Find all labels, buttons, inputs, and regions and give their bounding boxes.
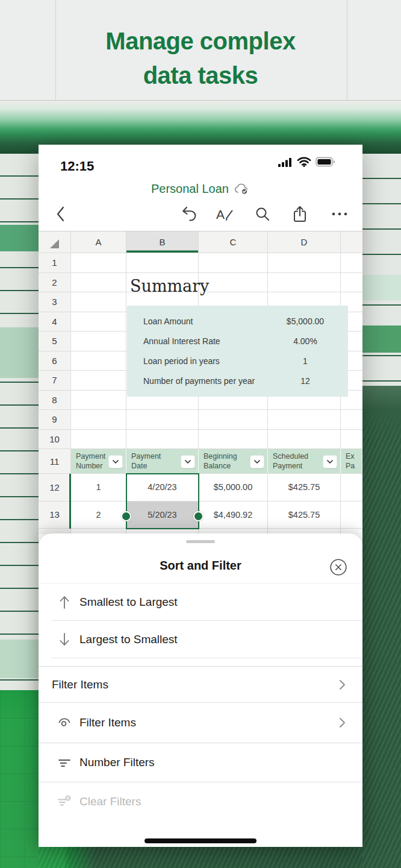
bg-felt-texture — [39, 847, 362, 868]
document-title[interactable]: Personal Loan — [151, 182, 229, 196]
filter-header-scheduled-payment[interactable]: ScheduledPayment — [268, 449, 341, 473]
cell[interactable] — [71, 292, 126, 312]
drag-handle[interactable] — [186, 540, 215, 543]
filter-dropdown-button[interactable] — [250, 455, 264, 468]
sheet-row-9: 9 — [39, 410, 362, 430]
selection-handle-right[interactable] — [193, 511, 204, 521]
svg-text:A: A — [216, 207, 225, 221]
cell[interactable] — [268, 430, 341, 449]
background-left-grid — [0, 690, 39, 868]
back-button[interactable] — [49, 203, 71, 225]
column-header-c[interactable]: C — [199, 231, 268, 253]
menu-item-number-filters[interactable]: Number Filters — [39, 743, 362, 782]
cell[interactable] — [199, 253, 268, 272]
row-header-7[interactable]: 7 — [39, 371, 71, 390]
bg-grid-texture — [0, 690, 39, 868]
search-icon — [254, 206, 271, 222]
select-all-button[interactable] — [39, 231, 71, 253]
menu-item-sort-descending[interactable]: Largest to Smallest — [39, 621, 362, 658]
menu-item-sort-ascending[interactable]: Smallest to Largest — [39, 583, 362, 621]
row-header-1[interactable]: 1 — [39, 253, 71, 272]
cell[interactable] — [71, 253, 126, 272]
cell[interactable] — [341, 474, 362, 501]
row-header-9[interactable]: 9 — [39, 410, 71, 429]
document-title-bar: Personal Loan — [39, 180, 362, 198]
menu-item-filter-items-preview[interactable]: Filter Items — [39, 703, 362, 743]
row-header-3[interactable]: 3 — [39, 292, 71, 312]
row-header-5[interactable]: 5 — [39, 332, 71, 351]
select-all-triangle-icon — [50, 239, 59, 248]
spreadsheet-grid[interactable]: A B C D 1 2 3 4 5 — [39, 231, 362, 534]
menu-item-label: Clear Filters — [79, 795, 141, 808]
row-header-11[interactable]: 11 — [39, 449, 71, 473]
cell[interactable]: $425.75 — [268, 474, 341, 501]
summary-label: Annual Interest Rate — [127, 336, 220, 346]
filter-dropdown-button[interactable] — [108, 455, 123, 468]
row-header-2[interactable]: 2 — [39, 273, 71, 292]
cell[interactable] — [71, 410, 126, 429]
filter-header-extra-payment-partial[interactable]: ExPa — [341, 449, 362, 473]
cell[interactable] — [126, 430, 199, 449]
arrow-up-icon — [57, 594, 72, 610]
summary-row: Loan period in years 1 — [127, 351, 348, 371]
cell[interactable] — [126, 410, 199, 429]
filter-dropdown-button[interactable] — [323, 455, 337, 468]
cell[interactable] — [268, 273, 341, 292]
cell[interactable] — [341, 273, 362, 292]
cell[interactable]: $4,490.92 — [199, 502, 268, 529]
row-header-4[interactable]: 4 — [39, 312, 71, 332]
cell[interactable] — [341, 253, 362, 272]
summary-row: Number of payments per year 12 — [127, 371, 348, 391]
status-icons — [278, 157, 336, 167]
cell[interactable]: 1 — [71, 474, 126, 501]
filter-header-payment-number[interactable]: PaymentNumber — [71, 449, 126, 473]
cell[interactable]: $425.75 — [268, 502, 341, 529]
summary-value: 12 — [269, 376, 341, 386]
share-button[interactable] — [289, 203, 311, 225]
chevron-right-icon — [335, 678, 349, 692]
filter-dropdown-button[interactable] — [181, 455, 195, 468]
cell[interactable] — [341, 502, 362, 529]
cell[interactable] — [71, 391, 126, 410]
cell[interactable] — [71, 332, 126, 351]
cell[interactable] — [71, 430, 126, 449]
cell[interactable] — [268, 253, 341, 272]
home-indicator[interactable] — [145, 838, 256, 843]
column-header-b-selected[interactable]: B — [126, 231, 199, 253]
row-header-13[interactable]: 13 — [39, 502, 71, 529]
row-header-12[interactable]: 12 — [39, 474, 71, 501]
column-header-a[interactable]: A — [71, 231, 126, 253]
headline: Manage complex data tasks — [0, 24, 401, 93]
cell[interactable] — [71, 351, 126, 371]
cell[interactable] — [71, 312, 126, 332]
cell[interactable] — [126, 253, 199, 272]
close-button[interactable] — [329, 558, 347, 576]
cell[interactable] — [199, 410, 268, 429]
cell[interactable] — [341, 410, 362, 429]
cell[interactable]: 2 — [71, 502, 126, 529]
row-header-8[interactable]: 8 — [39, 391, 71, 410]
menu-item-filter-items[interactable]: Filter Items — [39, 667, 362, 703]
cell[interactable] — [71, 371, 126, 390]
cell[interactable]: $5,000.00 — [199, 474, 268, 501]
header-line: Date — [131, 461, 161, 471]
menu-item-clear-filters-disabled: Clear Filters — [39, 782, 362, 821]
formatting-button[interactable]: A — [214, 203, 236, 225]
header-line: Payment — [273, 461, 308, 471]
header-line: Number — [76, 461, 105, 471]
column-header-e-partial[interactable] — [341, 231, 362, 253]
cell[interactable] — [199, 430, 268, 449]
search-button[interactable] — [252, 203, 273, 225]
more-options-button[interactable] — [329, 203, 350, 225]
filter-header-payment-date[interactable]: PaymentDate — [126, 449, 199, 473]
cell[interactable] — [71, 273, 126, 292]
filter-header-beginning-balance[interactable]: BeginningBalance — [199, 449, 268, 473]
row-header-6[interactable]: 6 — [39, 351, 71, 371]
undo-button[interactable] — [178, 203, 200, 225]
selection-handle-left[interactable] — [121, 511, 131, 521]
background-right-texture — [362, 386, 401, 868]
column-header-d[interactable]: D — [268, 231, 341, 253]
cell[interactable] — [268, 410, 341, 429]
cell[interactable] — [341, 430, 362, 449]
row-header-10[interactable]: 10 — [39, 430, 71, 449]
